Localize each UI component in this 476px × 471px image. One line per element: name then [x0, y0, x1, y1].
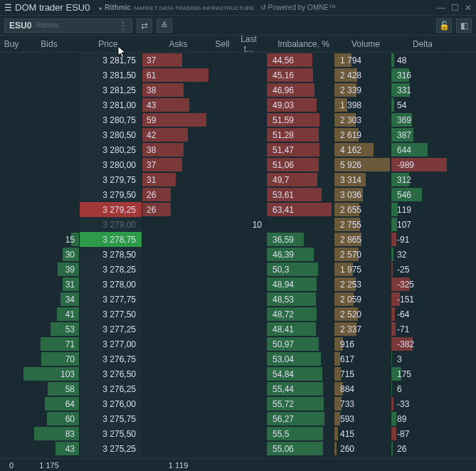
price-cell[interactable]: 3 278,75 [80, 232, 142, 247]
price-cell[interactable]: 3 275,25 [80, 441, 142, 456]
buy-cell[interactable] [0, 202, 23, 217]
buy-cell[interactable] [0, 142, 23, 157]
sell-cell[interactable] [210, 142, 235, 157]
ask-cell[interactable] [142, 441, 210, 456]
price-cell[interactable]: 3 281,00 [80, 97, 142, 112]
header-volume[interactable]: Volume [334, 39, 391, 49]
price-row[interactable]: 3 279,252663,412 655119 [0, 202, 476, 217]
ask-cell[interactable]: 42 [142, 127, 210, 142]
price-row[interactable]: 3 281,753744,561 79448 [0, 53, 476, 68]
bid-cell[interactable]: 41 [23, 307, 80, 322]
bid-cell[interactable] [23, 68, 80, 83]
sell-cell[interactable] [210, 426, 235, 441]
header-delta[interactable]: Delta [391, 39, 448, 49]
buy-cell[interactable] [0, 187, 23, 202]
price-cell[interactable]: 3 279,00 [80, 217, 142, 232]
bid-cell[interactable]: 39 [23, 262, 80, 277]
bid-cell[interactable]: 53 [23, 322, 80, 337]
sell-cell[interactable] [210, 112, 235, 127]
price-row[interactable]: 3 281,253846,962 339331 [0, 83, 476, 97]
price-row[interactable]: 3 281,004349,031 39854 [0, 97, 476, 112]
ask-cell[interactable]: 43 [142, 97, 210, 112]
ask-cell[interactable] [142, 217, 210, 232]
buy-cell[interactable] [0, 157, 23, 172]
ask-cell[interactable] [142, 396, 210, 411]
buy-cell[interactable] [0, 307, 23, 322]
price-row[interactable]: 3 279,502653,613 036546 [0, 187, 476, 202]
ask-cell[interactable] [142, 232, 210, 247]
price-cell[interactable]: 3 276,25 [80, 381, 142, 396]
price-row[interactable]: 833 275,5055,5415-87 [0, 426, 476, 441]
buy-cell[interactable] [0, 53, 23, 68]
ask-cell[interactable]: 31 [142, 172, 210, 187]
buy-cell[interactable] [0, 292, 23, 307]
ask-cell[interactable] [142, 247, 210, 262]
sell-cell[interactable] [210, 68, 235, 83]
ask-cell[interactable] [142, 366, 210, 381]
price-cell[interactable]: 3 281,25 [80, 83, 142, 97]
price-row[interactable]: 533 277,2548,412 337-71 [0, 322, 476, 337]
sell-cell[interactable] [210, 202, 235, 217]
bid-cell[interactable]: 70 [23, 351, 80, 366]
ask-cell[interactable]: 26 [142, 187, 210, 202]
sell-cell[interactable] [210, 307, 235, 322]
price-row[interactable]: 153 278,7536,592 865-91 [0, 232, 476, 247]
buy-cell[interactable] [0, 83, 23, 97]
ask-cell[interactable]: 38 [142, 142, 210, 157]
sell-cell[interactable] [210, 292, 235, 307]
dom-grid[interactable]: 3 281,753744,561 794483 281,506145,162 4… [0, 53, 476, 456]
sell-cell[interactable] [210, 277, 235, 292]
price-cell[interactable]: 3 279,25 [80, 202, 142, 217]
sell-cell[interactable] [210, 247, 235, 262]
header-price[interactable]: Price [80, 39, 142, 49]
sell-cell[interactable] [210, 351, 235, 366]
minimize-icon[interactable]: — [437, 3, 445, 13]
buy-cell[interactable] [0, 351, 23, 366]
ask-cell[interactable]: 59 [142, 112, 210, 127]
sell-cell[interactable] [210, 187, 235, 202]
price-cell[interactable]: 3 280,00 [80, 157, 142, 172]
symbol-input[interactable]: ESU0 Rithmic ⋮ [4, 18, 132, 33]
price-cell[interactable]: 3 276,00 [80, 396, 142, 411]
maximize-icon[interactable]: ☐ [451, 3, 459, 13]
price-row[interactable]: 343 277,7548,532 059-151 [0, 292, 476, 307]
price-cell[interactable]: 3 278,25 [80, 262, 142, 277]
sell-cell[interactable] [210, 337, 235, 351]
header-buy[interactable]: Buy [0, 39, 23, 49]
price-cell[interactable]: 3 278,00 [80, 277, 142, 292]
header-bids[interactable]: Bids [23, 39, 80, 49]
ask-cell[interactable] [142, 262, 210, 277]
price-cell[interactable]: 3 278,50 [80, 247, 142, 262]
ask-cell[interactable] [142, 381, 210, 396]
bid-cell[interactable]: 71 [23, 337, 80, 351]
header-sell[interactable]: Sell [210, 39, 235, 49]
bid-cell[interactable]: 58 [23, 381, 80, 396]
sell-cell[interactable] [210, 97, 235, 112]
menu-icon[interactable]: ☰ [4, 3, 12, 13]
buy-cell[interactable] [0, 426, 23, 441]
ask-cell[interactable]: 26 [142, 202, 210, 217]
price-cell[interactable]: 3 277,00 [80, 337, 142, 351]
sell-cell[interactable] [210, 83, 235, 97]
price-cell[interactable]: 3 277,75 [80, 292, 142, 307]
bid-cell[interactable]: 43 [23, 441, 80, 456]
price-cell[interactable]: 3 275,50 [80, 426, 142, 441]
sell-cell[interactable] [210, 172, 235, 187]
buy-cell[interactable] [0, 337, 23, 351]
price-cell[interactable]: 3 281,75 [80, 53, 142, 68]
price-row[interactable]: 3 279,00102 755107 [0, 217, 476, 232]
price-cell[interactable]: 3 276,75 [80, 351, 142, 366]
bid-cell[interactable] [23, 127, 80, 142]
buy-cell[interactable] [0, 411, 23, 426]
bid-cell[interactable]: 83 [23, 426, 80, 441]
bid-cell[interactable] [23, 172, 80, 187]
price-cell[interactable]: 3 276,50 [80, 366, 142, 381]
ask-cell[interactable]: 37 [142, 157, 210, 172]
buy-cell[interactable] [0, 262, 23, 277]
price-cell[interactable]: 3 280,50 [80, 127, 142, 142]
buy-cell[interactable] [0, 232, 23, 247]
buy-cell[interactable] [0, 97, 23, 112]
sell-cell[interactable] [210, 411, 235, 426]
sell-cell[interactable] [210, 381, 235, 396]
header-imbalance[interactable]: Imbalance, % [267, 39, 334, 49]
